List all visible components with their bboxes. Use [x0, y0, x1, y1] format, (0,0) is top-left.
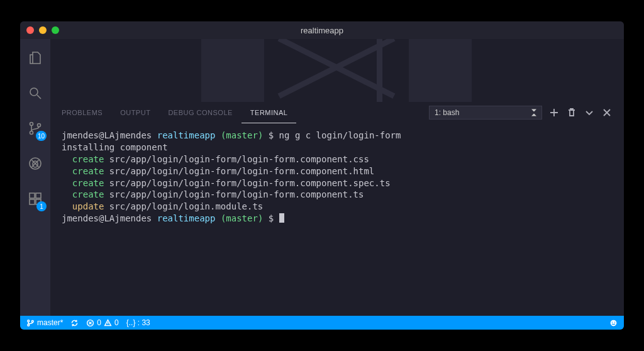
chevron-down-icon [584, 108, 594, 118]
close-window-button[interactable] [26, 26, 34, 34]
titlebar: realtimeapp [20, 21, 624, 39]
svg-point-17 [614, 321, 616, 323]
status-problems[interactable]: 0 0 [86, 318, 118, 327]
extensions-tab[interactable]: 1 [20, 186, 50, 211]
diff-text: {..} : 33 [126, 318, 150, 327]
search-tab[interactable] [20, 81, 50, 106]
branch-name: master* [37, 318, 63, 327]
minimize-window-button[interactable] [39, 26, 47, 34]
terminal-selector[interactable]: 1: bash [429, 106, 542, 120]
panel: PROBLEMS OUTPUT DEBUG CONSOLE TERMINAL 1… [50, 102, 624, 316]
svg-point-4 [38, 124, 41, 127]
error-icon [86, 319, 94, 327]
tab-output[interactable]: OUTPUT [111, 102, 159, 123]
error-count: 0 [97, 318, 101, 327]
svg-rect-9 [30, 199, 35, 204]
bug-icon [28, 156, 43, 171]
warning-count: 0 [114, 318, 119, 327]
close-panel-button[interactable] [601, 107, 613, 118]
app-window: realtimeapp 10 1 [20, 21, 624, 330]
window-title: realtimeapp [301, 26, 343, 35]
status-feedback[interactable] [609, 319, 618, 327]
explorer-tab[interactable] [20, 45, 50, 70]
tab-terminal[interactable]: TERMINAL [242, 102, 297, 123]
svg-point-16 [612, 321, 613, 323]
vscode-watermark-icon [264, 39, 409, 102]
maximize-panel-button[interactable] [584, 107, 595, 118]
svg-point-13 [31, 320, 33, 322]
new-terminal-button[interactable] [548, 107, 560, 118]
terminal-selector-label: 1: bash [435, 108, 459, 117]
svg-point-0 [30, 88, 38, 96]
maximize-window-button[interactable] [52, 26, 59, 34]
debug-tab[interactable] [20, 151, 50, 176]
status-branch[interactable]: master* [26, 318, 63, 327]
status-diff[interactable]: {..} : 33 [126, 318, 150, 327]
svg-rect-8 [36, 193, 41, 198]
plus-icon [549, 108, 559, 118]
warning-icon [104, 319, 112, 327]
panel-controls: 1: bash [429, 106, 613, 120]
svg-point-11 [28, 320, 30, 321]
git-branch-icon [26, 319, 35, 327]
activity-bar: 10 1 [20, 39, 50, 316]
tab-problems[interactable]: PROBLEMS [53, 102, 111, 123]
scm-badge: 10 [36, 131, 47, 141]
status-bar: master* 0 0 {..} : 33 [20, 316, 624, 330]
tab-debug-console[interactable]: DEBUG CONSOLE [159, 102, 241, 123]
status-sync[interactable] [70, 319, 79, 327]
search-icon [28, 86, 43, 101]
kill-terminal-button[interactable] [566, 107, 577, 118]
terminal-output[interactable]: jmendes@LAjmendes realtimeapp (master) $… [50, 123, 624, 316]
smiley-icon [609, 319, 618, 327]
sync-icon [70, 319, 79, 327]
editor-and-panel: PROBLEMS OUTPUT DEBUG CONSOLE TERMINAL 1… [50, 39, 624, 316]
svg-point-15 [611, 320, 617, 326]
panel-tabs: PROBLEMS OUTPUT DEBUG CONSOLE TERMINAL 1… [50, 102, 624, 123]
svg-point-3 [30, 131, 33, 135]
files-icon [28, 50, 43, 65]
window-body: 10 1 PROBLEMS OUTPUT DEBU [20, 39, 624, 316]
editor-area [50, 39, 624, 102]
svg-line-1 [37, 95, 41, 99]
trash-icon [567, 108, 577, 118]
close-icon [602, 108, 612, 118]
window-controls [26, 26, 59, 34]
extensions-badge: 1 [36, 201, 47, 211]
scm-tab[interactable]: 10 [20, 116, 50, 141]
svg-point-2 [30, 123, 33, 126]
svg-rect-7 [30, 193, 35, 198]
